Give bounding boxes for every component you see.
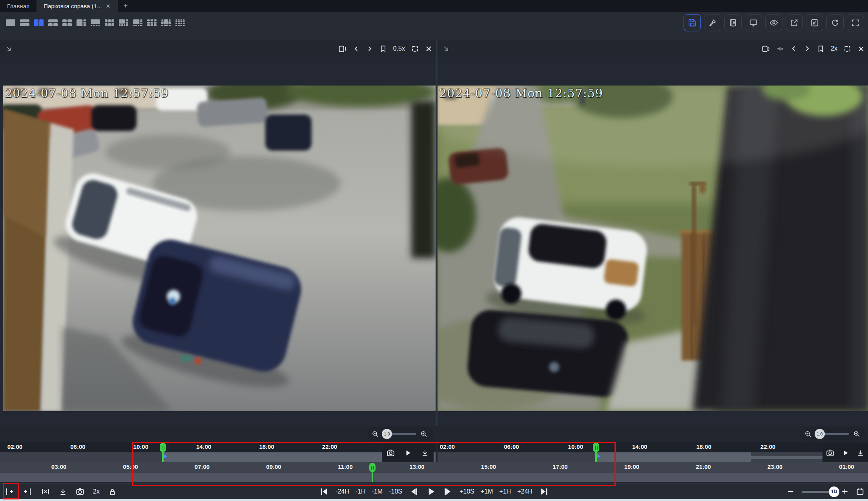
range-plus-button[interactable] (841, 488, 849, 496)
layout-2x2-button[interactable] (62, 19, 72, 27)
play-icon[interactable] (404, 449, 412, 457)
jump-plusminus-10s-button[interactable]: +10S (460, 488, 474, 495)
camera-scene-left (3, 86, 436, 411)
timeline-hours-left-camera[interactable]: 02:0006:0010:0014:0018:0022:00 (0, 442, 436, 452)
close-pane-icon[interactable] (857, 45, 865, 53)
speed-label[interactable]: 0.5x (393, 45, 405, 52)
zoom-in-icon[interactable] (853, 430, 860, 437)
frame-mode-icon[interactable] (762, 45, 770, 53)
prev-icon[interactable] (353, 45, 360, 52)
main-toolbar-buttons (684, 14, 864, 31)
layout-2-cols-button[interactable] (34, 19, 44, 27)
footer-left-tools: 2x (5, 484, 117, 499)
range-slider[interactable]: 1D (802, 491, 834, 493)
popout-arrow-icon[interactable] (442, 45, 450, 53)
fullscreen-button[interactable] (847, 14, 864, 31)
zoom-out-icon[interactable] (804, 430, 811, 437)
export-button[interactable] (786, 14, 803, 31)
layout-1-plus-5-button[interactable] (119, 19, 129, 27)
download-icon[interactable] (857, 449, 864, 457)
zoom-slider-handle[interactable]: 1.0 (382, 429, 392, 439)
zoom-slider[interactable]: 1.0 (815, 433, 849, 435)
pane-fullscreen-icon[interactable] (844, 45, 851, 53)
frame-mode-icon[interactable] (338, 45, 346, 53)
mark-out-button[interactable] (23, 487, 32, 496)
pane-fullscreen-icon[interactable] (411, 45, 419, 53)
layout-1x1-button[interactable] (5, 19, 16, 27)
header-toolbar (0, 12, 868, 40)
cleanup-button[interactable] (704, 14, 721, 31)
step-forward-button[interactable] (443, 487, 452, 496)
zoom-slider[interactable]: 1.0 (383, 433, 416, 435)
calendar-icon[interactable] (856, 487, 864, 496)
timeline-track-global[interactable] (0, 473, 868, 482)
timeline-panel: 1.0 1.0 02:0006:0010:0014:0018:0022:00 0… (0, 426, 868, 483)
monitor-button[interactable] (745, 14, 762, 31)
nvr-player-window: Главная Парковка справа (1... + (0, 0, 868, 501)
scale-button[interactable] (806, 14, 823, 31)
layout-1-plus-7-button[interactable] (133, 19, 143, 27)
timeline-track-left-camera[interactable] (0, 452, 436, 462)
range-minus-button[interactable] (787, 488, 795, 496)
layout-1-plus-2-button[interactable] (48, 19, 58, 27)
layout-1-plus-3-right-button[interactable] (76, 19, 86, 27)
skip-to-end-button[interactable] (540, 487, 549, 496)
jump-minus-24h-button[interactable]: -24H (336, 488, 349, 495)
jump-plusminus-1h-button[interactable]: +1H (499, 488, 511, 495)
snapshot-icon[interactable] (387, 449, 395, 457)
prev-icon[interactable] (790, 45, 797, 52)
tab-home-label: Главная (7, 3, 29, 9)
layout-3x2-button[interactable] (104, 19, 115, 27)
download-button[interactable] (59, 488, 67, 496)
close-tab-icon[interactable] (106, 4, 111, 9)
bookmark-icon[interactable] (817, 45, 824, 53)
layout-4x4-button[interactable] (175, 19, 185, 27)
timeline-hours-global[interactable]: 03:0005:0007:0009:0011:0013:0015:0017:00… (0, 462, 868, 473)
plus-icon: + (123, 2, 128, 10)
play-button[interactable] (426, 486, 436, 497)
refresh-button[interactable] (826, 14, 844, 31)
snapshot-icon[interactable] (826, 449, 834, 457)
layout-1-plus-4-bottom-button[interactable] (90, 19, 100, 27)
bookmark-icon[interactable] (379, 45, 387, 53)
camera-video-right[interactable]: 2024-07-08 Mon 12:57:59 (438, 86, 868, 411)
layout-center-plus-8-button[interactable] (161, 19, 171, 27)
layout-3x3-button[interactable] (147, 19, 157, 27)
timeline-hours-right-camera[interactable]: 02:0006:0010:0014:0018:0022:00 (438, 442, 868, 452)
next-icon[interactable] (804, 45, 811, 52)
zoom-in-icon[interactable] (420, 430, 427, 437)
popout-arrow-icon[interactable] (5, 45, 13, 53)
recorded-range-thin (751, 456, 822, 459)
osd-timestamp-left: 2024-07-08 Mon 12:57:59 (5, 86, 169, 100)
play-icon[interactable] (842, 449, 849, 457)
new-tab-button[interactable]: + (118, 0, 133, 12)
jump-plusminus-1m-button[interactable]: +1M (481, 488, 493, 495)
layout-2-rows-button[interactable] (20, 19, 30, 27)
camera-video-left[interactable]: 2024-07-08 Mon 12:57:59 (3, 86, 436, 411)
next-icon[interactable] (366, 45, 373, 52)
tab-parking-right[interactable]: Парковка справа (1... (36, 0, 118, 12)
range-slider-handle[interactable]: 1D (829, 486, 839, 497)
close-pane-icon[interactable] (425, 45, 432, 53)
mark-in-button[interactable] (5, 487, 14, 496)
jump-minus-1m-button[interactable]: -1M (372, 488, 383, 495)
view-button[interactable] (765, 14, 782, 31)
clear-range-button[interactable] (41, 487, 50, 496)
zoom-out-icon[interactable] (372, 430, 379, 437)
download-icon[interactable] (421, 449, 429, 457)
step-back-button[interactable] (409, 487, 419, 496)
tab-home[interactable]: Главная (0, 0, 36, 12)
snapshot-button[interactable] (76, 487, 84, 496)
jump-plusminus-24h-button[interactable]: +24H (517, 488, 532, 495)
timeline-track-right-camera[interactable] (438, 452, 868, 462)
jump-minus-10s-button[interactable]: -10S (389, 488, 402, 495)
save-layout-button[interactable] (684, 14, 701, 31)
skip-to-start-button[interactable] (319, 487, 328, 496)
jump-minus-1h-button[interactable]: -1H (356, 488, 366, 495)
global-speed-label[interactable]: 2x (93, 488, 100, 495)
audio-muted-icon[interactable] (776, 45, 784, 53)
speed-label[interactable]: 2x (831, 45, 837, 52)
lock-icon[interactable] (108, 488, 117, 496)
zoom-slider-handle[interactable]: 1.0 (815, 429, 825, 439)
journal-button[interactable] (724, 14, 742, 31)
